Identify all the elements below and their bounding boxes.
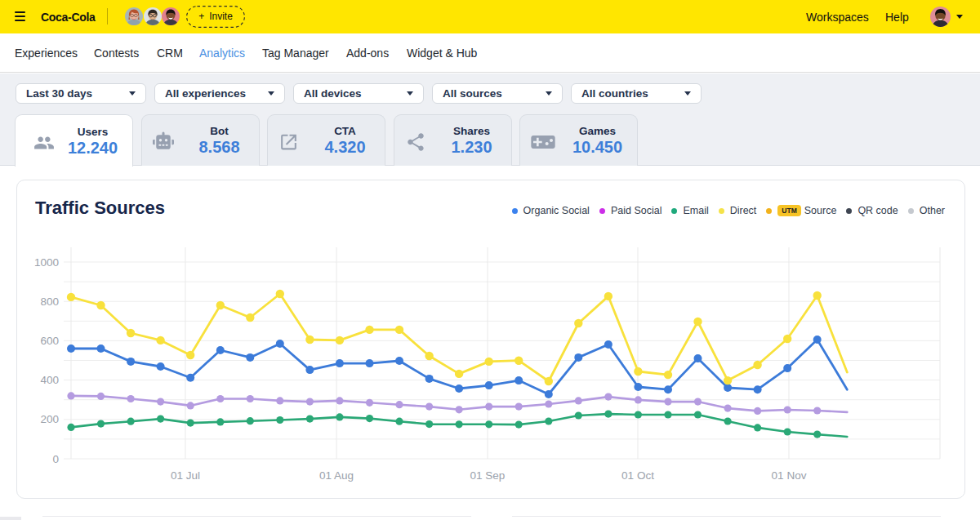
svg-text:1000: 1000 bbox=[34, 256, 59, 269]
svg-text:01 Oct: 01 Oct bbox=[621, 469, 654, 482]
svg-text:01 Sep: 01 Sep bbox=[470, 469, 506, 482]
svg-text:800: 800 bbox=[40, 296, 59, 308]
svg-text:01 Nov: 01 Nov bbox=[772, 469, 807, 482]
svg-text:400: 400 bbox=[40, 374, 59, 386]
svg-text:200: 200 bbox=[40, 413, 59, 425]
svg-text:600: 600 bbox=[40, 335, 59, 347]
svg-text:01 Jul: 01 Jul bbox=[171, 469, 200, 482]
svg-text:0: 0 bbox=[52, 453, 59, 465]
svg-text:01 Aug: 01 Aug bbox=[319, 469, 354, 482]
